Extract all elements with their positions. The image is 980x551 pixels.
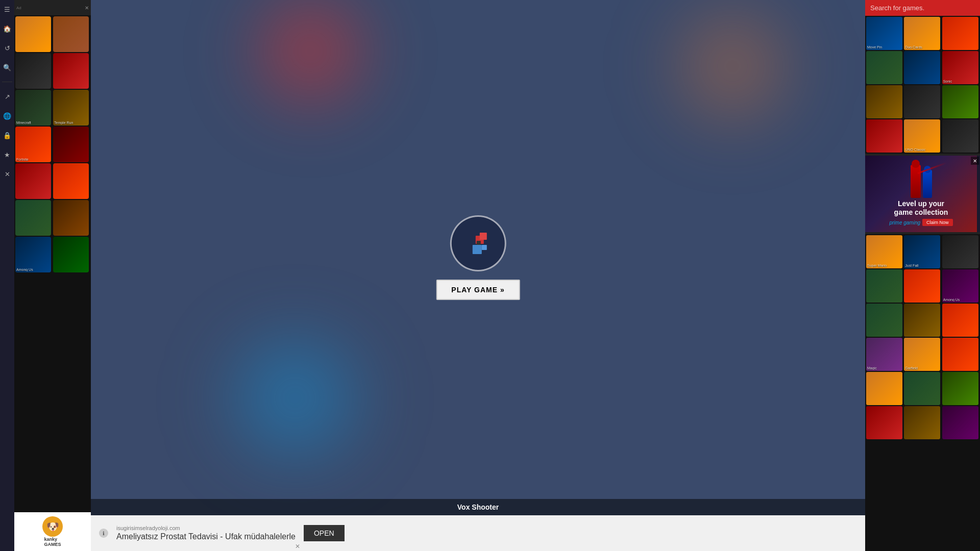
right-game-grid-top: Move PinDuo CardsSonicUNO Classic xyxy=(865,16,980,154)
right-bottom-game-thumb-15[interactable] xyxy=(866,406,902,439)
left-game-thumb-7[interactable] xyxy=(53,127,89,162)
right-bottom-game-thumb-17[interactable] xyxy=(942,406,978,439)
right-bottom-game-thumb-8[interactable] xyxy=(942,304,978,337)
right-top-game-thumb-5[interactable]: Sonic xyxy=(942,51,978,84)
left-game-thumb-3[interactable] xyxy=(53,53,89,89)
left-game-thumb-4[interactable]: Minecraft xyxy=(15,90,51,126)
right-game-grid-bottom: Super MarioJust FallAmong UsMagicGarfiel… xyxy=(865,234,980,440)
left-game-grid: MinecraftTemple RunFortniteAmong Us xyxy=(14,15,91,273)
lock-icon[interactable]: 🔒 xyxy=(2,130,12,140)
bg-blob-blue xyxy=(193,321,397,474)
ad-label: Ad xyxy=(16,6,21,10)
brand-name: kankyGAMES xyxy=(44,537,61,547)
ad-info-icon: ℹ xyxy=(99,529,108,538)
refresh-icon[interactable]: ↺ xyxy=(2,43,12,53)
right-top-game-thumb-11[interactable] xyxy=(942,119,978,153)
claim-now-button[interactable]: Claim Now xyxy=(922,219,953,226)
ad-site-label: isugirisimselradyoloji.com xyxy=(116,525,296,531)
right-top-game-thumb-1[interactable]: Duo Cards xyxy=(904,17,940,50)
right-ad-inner: Level up your game collection prime gami… xyxy=(865,156,977,232)
right-bottom-game-thumb-0[interactable]: Super Mario xyxy=(866,235,902,268)
left-game-thumb-8[interactable] xyxy=(15,163,51,199)
left-game-thumb-13[interactable] xyxy=(53,237,89,272)
ad-figures xyxy=(865,156,977,207)
right-bottom-game-thumb-11[interactable] xyxy=(942,338,978,371)
svg-rect-3 xyxy=(482,245,487,250)
left-game-thumb-6[interactable]: Fortnite xyxy=(15,127,51,162)
left-game-thumb-11[interactable] xyxy=(53,200,89,236)
left-game-thumb-9[interactable] xyxy=(53,163,89,199)
right-bottom-game-thumb-4[interactable] xyxy=(904,269,940,303)
game-title: Vox Shooter xyxy=(457,503,499,511)
right-ad-close-button[interactable]: ✕ xyxy=(971,157,979,165)
game-title-bar: Vox Shooter xyxy=(91,499,865,515)
left-sidebar: ☰ 🏠 ↺ 🔍 ↗ 🌐 🔒 ★ ✕ xyxy=(0,0,14,551)
right-bottom-game-thumb-13[interactable] xyxy=(904,372,940,405)
game-icon-svg xyxy=(460,226,496,261)
left-game-thumb-2[interactable] xyxy=(15,53,51,89)
ad-dismiss-button[interactable]: ✕ xyxy=(295,543,300,550)
brand-section: 🐶 kankyGAMES xyxy=(14,512,91,551)
game-canvas: PLAY GAME » Vox Shooter xyxy=(91,0,865,515)
right-bottom-game-thumb-12[interactable] xyxy=(866,372,902,405)
right-bottom-game-thumb-2[interactable] xyxy=(942,235,978,268)
right-top-game-thumb-3[interactable] xyxy=(866,51,902,84)
right-top-game-thumb-7[interactable] xyxy=(904,85,940,118)
right-bottom-game-thumb-5[interactable]: Among Us xyxy=(942,269,978,303)
right-bottom-game-thumb-1[interactable]: Just Fall xyxy=(904,235,940,268)
ad-text-content: Ameliyatsız Prostat Tedavisi - Ufak müda… xyxy=(116,532,296,541)
right-bottom-game-thumb-7[interactable] xyxy=(904,304,940,337)
right-panel: Move PinDuo CardsSonicUNO Classic ✕ xyxy=(865,0,980,551)
svg-rect-4 xyxy=(477,241,481,245)
right-top-game-thumb-9[interactable] xyxy=(866,119,902,153)
right-top-game-thumb-2[interactable] xyxy=(942,17,978,50)
left-game-thumb-10[interactable] xyxy=(15,200,51,236)
right-ad-section: ✕ Level up your game collection xyxy=(865,156,980,232)
svg-rect-1 xyxy=(480,233,487,240)
main-area: PLAY GAME » Vox Shooter ℹ isugirisimselr… xyxy=(91,0,865,551)
left-game-thumb-5[interactable]: Temple Run xyxy=(53,90,89,126)
divider xyxy=(2,82,12,82)
expand-icon[interactable]: ↗ xyxy=(2,91,12,102)
prime-logo: prime gaming xyxy=(889,220,920,226)
menu-icon[interactable]: ☰ xyxy=(2,4,12,14)
right-bottom-game-thumb-16[interactable] xyxy=(904,406,940,439)
right-bottom-game-thumb-9[interactable]: Magic xyxy=(866,338,902,371)
right-top-game-thumb-4[interactable] xyxy=(904,51,940,84)
right-top-game-thumb-10[interactable]: UNO Classic xyxy=(904,119,940,153)
right-bottom-game-thumb-3[interactable] xyxy=(866,269,902,303)
game-icon-circle xyxy=(450,215,506,271)
right-bottom-game-thumb-6[interactable] xyxy=(866,304,902,337)
left-game-thumb-1[interactable] xyxy=(53,16,89,52)
ad-open-button[interactable]: OPEN xyxy=(304,525,345,541)
star-icon[interactable]: ★ xyxy=(2,149,12,160)
right-bottom-game-thumb-10[interactable]: Garfield xyxy=(904,338,940,371)
right-bottom-game-thumb-14[interactable] xyxy=(942,372,978,405)
right-ad-sub: prime gaming Claim Now xyxy=(889,219,952,226)
ad-close-button[interactable]: ✕ xyxy=(85,5,89,11)
globe-icon[interactable]: 🌐 xyxy=(2,111,12,121)
brand-icon: 🐶 xyxy=(42,516,63,537)
game-list-panel: Ad ✕ MinecraftTemple RunFortniteAmong Us… xyxy=(14,0,91,551)
search-input[interactable] xyxy=(865,0,980,16)
play-game-button[interactable]: PLAY GAME » xyxy=(436,280,520,300)
search-icon[interactable]: 🔍 xyxy=(2,62,12,72)
right-top-game-thumb-0[interactable]: Move Pin xyxy=(866,17,902,50)
close-icon[interactable]: ✕ xyxy=(2,169,12,179)
right-top-game-thumb-8[interactable] xyxy=(942,85,978,118)
bg-blob-red xyxy=(234,0,387,128)
home-icon[interactable]: 🏠 xyxy=(2,23,12,34)
bg-blob-orange xyxy=(651,0,814,148)
game-center: PLAY GAME » xyxy=(436,215,520,300)
bottom-ad-bar: ℹ isugirisimselradyoloji.com Ameliyatsız… xyxy=(91,515,865,551)
game-list-ad: Ad ✕ xyxy=(14,0,91,15)
svg-rect-2 xyxy=(473,245,482,254)
left-game-thumb-12[interactable]: Among Us xyxy=(15,237,51,272)
right-top-game-thumb-6[interactable] xyxy=(866,85,902,118)
left-game-thumb-0[interactable] xyxy=(15,16,51,52)
